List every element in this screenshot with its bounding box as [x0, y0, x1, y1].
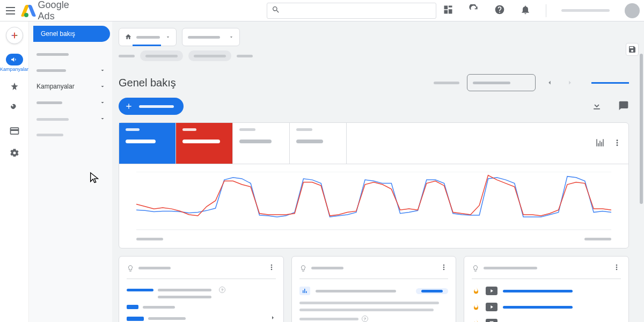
- scrollbar[interactable]: [639, 21, 644, 322]
- fire-icon: [472, 303, 480, 311]
- insight-card-1: ?: [119, 256, 284, 322]
- rail-billing[interactable]: [9, 126, 20, 138]
- chevron-down-icon: [99, 67, 106, 74]
- x-end-label: [584, 238, 611, 240]
- create-fab[interactable]: [6, 27, 23, 44]
- more-icon[interactable]: [612, 263, 621, 273]
- trending-item-3[interactable]: [472, 319, 621, 322]
- bc-chip-2[interactable]: [188, 50, 231, 61]
- new-campaign-button[interactable]: [119, 98, 184, 115]
- page-title: Genel bakış: [119, 77, 176, 89]
- sidebar-item-5[interactable]: [29, 111, 112, 127]
- campaign-select[interactable]: [182, 28, 240, 46]
- arrow-right-icon: [269, 314, 276, 322]
- logo-text: Google Ads: [38, 0, 86, 22]
- caret-down-icon: [229, 33, 234, 41]
- metric-tab-2[interactable]: [176, 123, 233, 164]
- sidebar-item-4[interactable]: [29, 94, 112, 111]
- breadcrumb: [119, 50, 629, 61]
- video-icon: [486, 303, 497, 311]
- caret-down-icon: [165, 33, 171, 41]
- bc-chip-1[interactable]: [140, 50, 183, 61]
- date-prev[interactable]: [543, 76, 556, 89]
- status-badge: [416, 288, 448, 294]
- reports-icon[interactable]: [443, 4, 453, 17]
- auto-apply-indicator: [591, 82, 629, 84]
- chevron-down-icon: [99, 99, 106, 106]
- account-select[interactable]: [119, 28, 177, 46]
- lightbulb-icon: [299, 265, 307, 272]
- refresh-icon[interactable]: [469, 4, 479, 17]
- performance-chart-card: [119, 122, 629, 248]
- sidebar-overview[interactable]: Genel bakış: [33, 26, 110, 42]
- date-next[interactable]: [564, 76, 576, 89]
- divider: [546, 4, 546, 17]
- ads-a-icon: [23, 5, 34, 17]
- rail-tools[interactable]: [9, 104, 20, 116]
- app-header: Google Ads: [0, 0, 644, 21]
- info-icon[interactable]: ?: [219, 287, 225, 293]
- sidebar-overview-label: Genel bakış: [41, 30, 75, 38]
- download-icon[interactable]: [591, 100, 602, 113]
- rail-goals[interactable]: [9, 82, 20, 94]
- chart-type-icon[interactable]: [595, 138, 605, 149]
- header-actions: [443, 3, 640, 18]
- rail-campaigns-label: Kampanyalar: [0, 67, 28, 72]
- menu-icon[interactable]: [4, 4, 17, 17]
- chevron-down-icon: [99, 83, 106, 90]
- sidebar-item-1[interactable]: [29, 46, 112, 62]
- image-icon: [486, 319, 497, 322]
- metric-tab-3[interactable]: [233, 123, 290, 164]
- plus-icon: [124, 101, 134, 111]
- more-icon[interactable]: [267, 263, 276, 273]
- fire-icon: [472, 287, 480, 295]
- sidebar-item-6[interactable]: [29, 127, 112, 143]
- metric-tab-1[interactable]: [119, 123, 176, 164]
- bc-segment[interactable]: [119, 55, 135, 57]
- more-icon[interactable]: [440, 263, 448, 273]
- date-range-select[interactable]: [467, 74, 536, 91]
- fire-icon: [472, 319, 480, 322]
- x-start-label: [136, 238, 163, 240]
- sidebar-campaigns-label: Kampanyalar: [36, 83, 75, 90]
- suggestion-2[interactable]: [127, 314, 276, 322]
- search-input[interactable]: [267, 3, 436, 19]
- chevron-down-icon: [99, 115, 106, 122]
- sidebar-campaigns[interactable]: Kampanyalar: [29, 78, 112, 94]
- nav-rail: Kampanyalar: [0, 21, 29, 322]
- trending-item-1[interactable]: [472, 287, 621, 295]
- megaphone-icon: [6, 54, 23, 65]
- plus-icon: [10, 31, 19, 40]
- google-ads-logo[interactable]: Google Ads: [23, 0, 86, 22]
- insight-card-2: ?: [291, 256, 457, 322]
- more-icon[interactable]: [612, 138, 622, 149]
- video-icon: [486, 287, 497, 295]
- scope-selectors: [119, 28, 629, 46]
- lightbulb-icon: [472, 265, 479, 272]
- rail-campaigns[interactable]: Kampanyalar: [0, 54, 28, 72]
- sidebar: Genel bakış Kampanyalar: [29, 21, 112, 322]
- info-icon[interactable]: ?: [362, 316, 368, 322]
- sidebar-item-2[interactable]: [29, 62, 112, 78]
- suggestion-1[interactable]: [127, 305, 276, 309]
- feedback-icon[interactable]: [618, 100, 629, 113]
- search-icon: [272, 5, 280, 16]
- line-chart: [136, 172, 611, 231]
- avatar[interactable]: [625, 3, 640, 18]
- help-icon[interactable]: [494, 4, 505, 17]
- home-icon: [125, 33, 132, 41]
- rail-admin[interactable]: [9, 148, 20, 160]
- main-content: Genel bakış: [112, 21, 644, 322]
- metric-tab-4[interactable]: [290, 123, 347, 164]
- notifications-icon[interactable]: [520, 4, 531, 17]
- account-name[interactable]: [561, 9, 610, 12]
- compare-toggle[interactable]: [434, 82, 459, 84]
- trending-item-2[interactable]: [472, 303, 621, 311]
- bar-chart-icon: [299, 287, 310, 295]
- insight-card-3: [464, 256, 629, 322]
- bc-segment[interactable]: [237, 55, 253, 57]
- save-view-button[interactable]: [626, 43, 639, 56]
- lightbulb-icon: [127, 265, 134, 272]
